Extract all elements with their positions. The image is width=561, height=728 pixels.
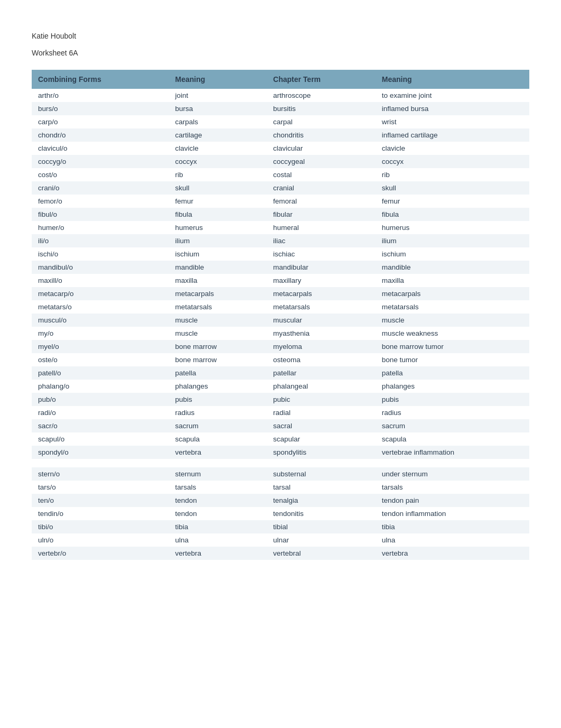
table-cell: skull [376,181,529,195]
table-cell: phalanges [169,380,267,393]
table-cell: coccyg/o [32,155,169,168]
table-cell: ilium [169,234,267,247]
table-cell: bursitis [267,102,376,115]
table-cell: metacarpals [169,287,267,300]
table-cell: patell/o [32,366,169,380]
table-row: tendin/otendontendonitistendon inflammat… [32,507,529,520]
table-cell: maxilla [376,274,529,287]
table-cell: muscle weakness [376,327,529,340]
table-row: burs/obursabursitisinflamed bursa [32,102,529,115]
table-cell: sacrum [376,419,529,432]
table-cell: bursa [169,102,267,115]
table-cell: to examine joint [376,89,529,102]
table-cell: radius [169,406,267,419]
table-cell: phalanges [376,380,529,393]
table-cell: chondritis [267,128,376,142]
table-cell: fibula [376,208,529,221]
table-cell: my/o [32,327,169,340]
table-cell: femor/o [32,195,169,208]
table-cell: substernal [267,467,376,481]
table-cell: arthr/o [32,89,169,102]
table-row: coccyg/ococcyxcoccygealcoccyx [32,155,529,168]
table-cell: ischiac [267,247,376,261]
author-label: Katie Houbolt [32,32,529,40]
table-cell [169,459,267,467]
table-row: chondr/ocartilagechondritisinflamed cart… [32,128,529,142]
table-row: stern/osternumsubsternalunder sternum [32,467,529,481]
table-cell: tendin/o [32,507,169,520]
table-row: my/omusclemyastheniamuscle weakness [32,327,529,340]
table-cell: ten/o [32,494,169,507]
table-row: phalang/ophalangesphalangealphalanges [32,380,529,393]
table-cell: bone marrow [169,353,267,366]
table-cell: muscle [376,314,529,327]
table-cell: carp/o [32,115,169,128]
table-cell: osteoma [267,353,376,366]
table-cell: coccyx [376,155,529,168]
table-row: carp/ocarpalscarpalwrist [32,115,529,128]
table-cell: tendon [169,494,267,507]
table-cell: costal [267,168,376,181]
table-cell: metatarsals [376,300,529,314]
table-cell: humer/o [32,221,169,234]
table-row: arthr/ojointarthroscopeto examine joint [32,89,529,102]
table-cell: scapul/o [32,432,169,446]
table-cell: tendon [169,507,267,520]
table-cell: sacrum [169,419,267,432]
table-row: tibi/otibiatibialtibia [32,520,529,533]
table-cell: fibul/o [32,208,169,221]
table-cell: metacarp/o [32,287,169,300]
table-cell: spondylitis [267,446,376,459]
table-cell: mandibular [267,261,376,274]
table-cell: maxilla [169,274,267,287]
table-cell: maxillary [267,274,376,287]
table-cell: tendon inflammation [376,507,529,520]
table-cell: tibial [267,520,376,533]
table-cell: inflamed bursa [376,102,529,115]
table-cell: oste/o [32,353,169,366]
table-cell: tars/o [32,481,169,494]
table-cell: phalang/o [32,380,169,393]
table-row: sacr/osacrumsacralsacrum [32,419,529,432]
table-cell: clavicle [376,142,529,155]
table-cell: femur [169,195,267,208]
table-cell: rib [169,168,267,181]
table-row: humer/ohumerushumeralhumerus [32,221,529,234]
table-row: metatars/ometatarsalsmetatarsalsmetatars… [32,300,529,314]
table-cell: under sternum [376,467,529,481]
table-cell: arthroscope [267,89,376,102]
table-cell: coccygeal [267,155,376,168]
table-cell: stern/o [32,467,169,481]
table-cell: tibia [169,520,267,533]
table-cell: patella [376,366,529,380]
table-cell: chondr/o [32,128,169,142]
table-cell: fibular [267,208,376,221]
table-cell: mandibul/o [32,261,169,274]
table-cell: vertebr/o [32,547,169,560]
table-cell: tarsal [267,481,376,494]
table-cell: vertebrae inflammation [376,446,529,459]
table-cell: tenalgia [267,494,376,507]
table-cell: radius [376,406,529,419]
table-row: tars/otarsalstarsaltarsals [32,481,529,494]
table-cell: carpals [169,115,267,128]
table-cell: bone marrow [169,340,267,353]
table-cell: sternum [169,467,267,481]
table-row: metacarp/ometacarpalsmetacarpalsmetacarp… [32,287,529,300]
worksheet-title: Worksheet 6A [32,49,529,57]
table-cell: patella [169,366,267,380]
table-cell: sacr/o [32,419,169,432]
table-row: cost/oribcostalrib [32,168,529,181]
table-cell: vertebra [169,547,267,560]
table-cell: vertebra [376,547,529,560]
table-cell: muscul/o [32,314,169,327]
table-row: crani/oskullcranialskull [32,181,529,195]
table-row: uln/oulnaulnarulna [32,533,529,547]
table-cell: femoral [267,195,376,208]
table-row [32,459,529,467]
table-cell: phalangeal [267,380,376,393]
table-cell: scapula [169,432,267,446]
table-row: spondyl/overtebraspondylitisvertebrae in… [32,446,529,459]
table-cell [376,459,529,467]
table-cell: pubic [267,393,376,406]
